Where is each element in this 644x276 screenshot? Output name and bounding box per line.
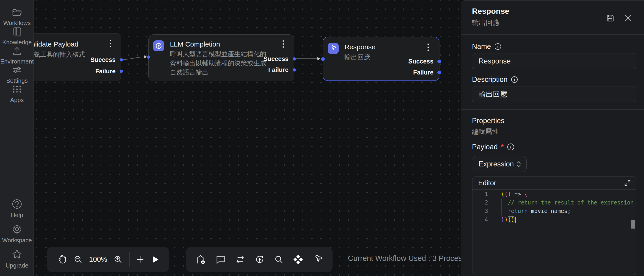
node-config-panel: Response 輸出回應 Name Response Description … [461, 0, 644, 276]
star-icon [11, 249, 23, 260]
port-success[interactable] [293, 57, 296, 60]
name-field-label: Name [472, 42, 502, 51]
editor-header: Editor [472, 177, 636, 190]
port-failure[interactable] [120, 70, 123, 73]
port-input[interactable] [147, 55, 150, 59]
node-title: Validate Payload [34, 40, 78, 48]
name-input[interactable]: Response [472, 53, 636, 69]
output-label-success: Success [263, 55, 288, 63]
zoom-level: 100% [89, 255, 107, 264]
search-icon[interactable] [274, 255, 284, 265]
port-failure[interactable] [437, 71, 441, 74]
upload-icon [12, 45, 22, 56]
panel-divider [461, 109, 644, 110]
sidebar-item-label: Apps [10, 96, 24, 104]
output-label-success: Success [408, 58, 434, 65]
info-icon [494, 43, 502, 50]
llm-icon[interactable] [254, 254, 265, 265]
panel-subtitle: 輸出回應 [472, 18, 500, 27]
wrench-icon [328, 43, 339, 54]
sidebar-item-label: Environment [0, 58, 34, 65]
output-label-failure: Failure [413, 69, 434, 76]
editor-scrollbar-thumb[interactable] [631, 220, 635, 229]
payload-type-select[interactable]: Expression [472, 156, 526, 172]
node-llm-completion[interactable]: LLM Completion 呼叫大型語言模型並產生結構化的 資料輸出以輔助流程… [148, 34, 294, 81]
sidebar-item-settings[interactable]: Settings [0, 65, 34, 84]
info-icon [511, 76, 518, 83]
output-label-success: Success [90, 56, 116, 63]
port-success[interactable] [120, 58, 123, 61]
node-title: LLM Completion [170, 40, 220, 48]
sidebar-item-knowledge[interactable]: Knowledge [0, 26, 34, 46]
embed-diamonds-icon[interactable] [293, 254, 304, 265]
expand-icon[interactable] [624, 180, 631, 186]
payload-field-label: Payload * [472, 143, 515, 151]
close-icon[interactable] [624, 14, 632, 22]
tools-wrench-icon[interactable] [312, 254, 323, 265]
comment-icon[interactable] [215, 254, 226, 265]
node-menu-button[interactable] [282, 40, 284, 48]
sidebar-item-environment[interactable]: Environment [0, 45, 34, 65]
port-success[interactable] [437, 60, 441, 63]
port-failure[interactable] [293, 68, 296, 71]
sidebar-item-label: Workflows [3, 19, 30, 26]
info-icon [507, 143, 515, 151]
gear-icon [12, 224, 22, 235]
node-description: 定義工具的輸入格式 [34, 50, 85, 59]
run-icon[interactable] [151, 255, 160, 264]
payload-expression-editor[interactable]: Editor 1(() => {2 // return the result o… [472, 177, 636, 275]
panel-title: Response [472, 7, 509, 15]
book-icon [12, 26, 22, 37]
node-description: 呼叫大型語言模型並產生結構化的 資料輸出以輔助流程的決策或生成 自然語言輸出 [170, 49, 266, 77]
panel-divider [461, 34, 644, 35]
output-label-failure: Failure [268, 66, 288, 74]
canvas-tools-toolbar [186, 247, 332, 272]
node-menu-button[interactable] [428, 43, 429, 51]
sidebar-item-label: Workspace [2, 237, 32, 244]
add-icon[interactable] [135, 255, 145, 264]
description-input[interactable]: 輸出回應 [472, 86, 636, 102]
grid-icon [12, 84, 22, 94]
sidebar-item-label: Settings [6, 77, 28, 84]
node-title: Response [344, 43, 376, 51]
description-field-label: Description [472, 75, 518, 84]
sidebar-item-workflows[interactable]: Workflows [0, 7, 34, 26]
sidebar-item-label: Knowledge [2, 39, 32, 46]
zoom-out-icon[interactable] [73, 255, 83, 265]
node-description: 輸出回應 [344, 53, 370, 62]
properties-subtitle: 編輯屬性 [472, 127, 498, 136]
help-circle-icon [12, 199, 22, 210]
sidebar-item-workspace[interactable]: Workspace [0, 224, 34, 244]
node-menu-button[interactable] [110, 40, 111, 47]
workflow-canvas[interactable]: Validate Payload 定義工具的輸入格式 Success Failu… [34, 0, 461, 276]
toolbar-divider [129, 252, 130, 267]
llm-refresh-bulb-icon [153, 40, 164, 51]
properties-title: Properties [472, 117, 504, 125]
port-input[interactable] [321, 57, 325, 61]
node-response[interactable]: Response 輸出回應 Success Failure [323, 37, 440, 81]
sidebar-item-label: Upgrade [6, 262, 28, 269]
output-label-failure: Failure [95, 68, 116, 75]
sliders-icon [12, 65, 22, 75]
sidebar: Workflows Knowledge Environment Settings… [0, 0, 34, 276]
swap-arrows-icon[interactable] [234, 254, 246, 265]
chevron-up-down-icon [516, 161, 521, 168]
sidebar-item-help[interactable]: Help [0, 199, 34, 219]
save-icon[interactable] [606, 13, 614, 22]
canvas-zoom-toolbar: 100% [47, 247, 169, 272]
required-asterisk: * [501, 143, 504, 151]
folder-icon [12, 7, 22, 17]
sidebar-item-label: Help [11, 212, 23, 219]
node-validate-payload[interactable]: Validate Payload 定義工具的輸入格式 Success Failu… [34, 33, 121, 81]
sidebar-item-upgrade[interactable]: Upgrade [0, 249, 34, 269]
add-node-icon[interactable] [196, 254, 206, 265]
sidebar-item-apps[interactable]: Apps [0, 84, 34, 104]
indent-guide [501, 199, 502, 216]
workflow-usage-status: Current Workflow Used : 3 Processor [348, 254, 461, 263]
pan-hand-icon[interactable] [57, 254, 67, 265]
editor-title: Editor [478, 179, 496, 187]
zoom-in-icon[interactable] [113, 255, 123, 265]
editor-code[interactable]: 1(() => {2 // return the result of the e… [472, 190, 636, 275]
